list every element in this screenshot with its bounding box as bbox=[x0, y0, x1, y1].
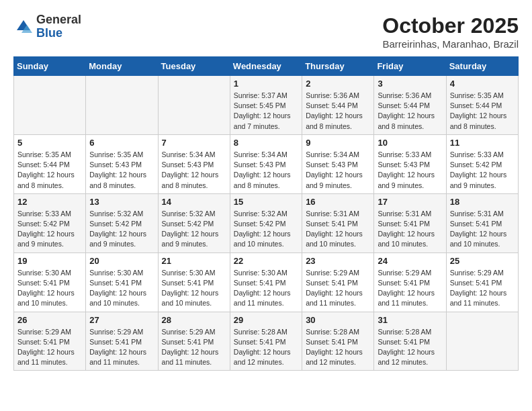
calendar-table: SundayMondayTuesdayWednesdayThursdayFrid… bbox=[13, 56, 519, 371]
week-row-3: 12Sunrise: 5:33 AMSunset: 5:42 PMDayligh… bbox=[14, 193, 519, 253]
calendar-cell: 25Sunrise: 5:29 AMSunset: 5:41 PMDayligh… bbox=[446, 253, 518, 312]
calendar-cell: 27Sunrise: 5:29 AMSunset: 5:41 PMDayligh… bbox=[86, 312, 158, 371]
calendar-cell: 23Sunrise: 5:29 AMSunset: 5:41 PMDayligh… bbox=[302, 253, 374, 312]
calendar-cell: 20Sunrise: 5:30 AMSunset: 5:41 PMDayligh… bbox=[86, 253, 158, 312]
cell-date-number: 9 bbox=[306, 138, 370, 148]
logo: General Blue bbox=[13, 13, 81, 40]
calendar-cell: 4Sunrise: 5:35 AMSunset: 5:44 PMDaylight… bbox=[446, 76, 518, 135]
cell-info: Sunrise: 5:31 AMSunset: 5:41 PMDaylight:… bbox=[306, 209, 370, 250]
calendar-cell: 10Sunrise: 5:33 AMSunset: 5:43 PMDayligh… bbox=[374, 134, 446, 193]
cell-date-number: 29 bbox=[234, 315, 298, 325]
calendar-cell: 5Sunrise: 5:35 AMSunset: 5:44 PMDaylight… bbox=[14, 134, 86, 193]
cell-date-number: 22 bbox=[234, 256, 298, 266]
cell-info: Sunrise: 5:29 AMSunset: 5:41 PMDaylight:… bbox=[378, 268, 442, 309]
cell-date-number: 7 bbox=[162, 138, 226, 148]
cell-info: Sunrise: 5:33 AMSunset: 5:42 PMDaylight:… bbox=[450, 150, 515, 191]
cell-date-number: 17 bbox=[378, 197, 442, 207]
logo-general: General bbox=[36, 13, 81, 27]
cell-date-number: 3 bbox=[378, 79, 442, 89]
cell-info: Sunrise: 5:30 AMSunset: 5:41 PMDaylight:… bbox=[234, 268, 298, 309]
calendar-cell: 9Sunrise: 5:34 AMSunset: 5:43 PMDaylight… bbox=[302, 134, 374, 193]
cell-date-number: 8 bbox=[234, 138, 298, 148]
day-header-tuesday: Tuesday bbox=[158, 57, 230, 76]
calendar-cell: 19Sunrise: 5:30 AMSunset: 5:41 PMDayligh… bbox=[14, 253, 86, 312]
cell-info: Sunrise: 5:30 AMSunset: 5:41 PMDaylight:… bbox=[162, 268, 226, 309]
cell-date-number: 23 bbox=[306, 256, 370, 266]
cell-date-number: 12 bbox=[17, 197, 82, 207]
calendar-cell: 11Sunrise: 5:33 AMSunset: 5:42 PMDayligh… bbox=[446, 134, 518, 193]
calendar-cell: 3Sunrise: 5:36 AMSunset: 5:44 PMDaylight… bbox=[374, 76, 446, 135]
calendar-cell: 8Sunrise: 5:34 AMSunset: 5:43 PMDaylight… bbox=[230, 134, 302, 193]
header-row: SundayMondayTuesdayWednesdayThursdayFrid… bbox=[14, 57, 519, 76]
cell-info: Sunrise: 5:35 AMSunset: 5:44 PMDaylight:… bbox=[450, 91, 515, 132]
calendar-title: October 2025 bbox=[382, 13, 519, 38]
cell-date-number: 21 bbox=[162, 256, 226, 266]
cell-info: Sunrise: 5:35 AMSunset: 5:44 PMDaylight:… bbox=[17, 150, 82, 191]
logo-text: General Blue bbox=[36, 13, 81, 40]
day-header-monday: Monday bbox=[86, 57, 158, 76]
cell-info: Sunrise: 5:29 AMSunset: 5:41 PMDaylight:… bbox=[17, 327, 82, 368]
calendar-cell: 15Sunrise: 5:32 AMSunset: 5:42 PMDayligh… bbox=[230, 193, 302, 253]
calendar-cell: 2Sunrise: 5:36 AMSunset: 5:44 PMDaylight… bbox=[302, 76, 374, 135]
cell-date-number: 10 bbox=[378, 138, 442, 148]
cell-info: Sunrise: 5:28 AMSunset: 5:41 PMDaylight:… bbox=[306, 327, 370, 368]
day-header-friday: Friday bbox=[374, 57, 446, 76]
week-row-4: 19Sunrise: 5:30 AMSunset: 5:41 PMDayligh… bbox=[14, 253, 519, 312]
cell-info: Sunrise: 5:28 AMSunset: 5:41 PMDaylight:… bbox=[234, 327, 298, 368]
calendar-cell: 18Sunrise: 5:31 AMSunset: 5:41 PMDayligh… bbox=[446, 193, 518, 253]
cell-info: Sunrise: 5:33 AMSunset: 5:42 PMDaylight:… bbox=[17, 209, 82, 250]
cell-date-number: 13 bbox=[89, 197, 154, 207]
cell-info: Sunrise: 5:37 AMSunset: 5:45 PMDaylight:… bbox=[234, 91, 298, 132]
calendar-cell bbox=[158, 76, 230, 135]
calendar-cell: 13Sunrise: 5:32 AMSunset: 5:42 PMDayligh… bbox=[86, 193, 158, 253]
cell-date-number: 16 bbox=[306, 197, 370, 207]
cell-info: Sunrise: 5:36 AMSunset: 5:44 PMDaylight:… bbox=[378, 91, 442, 132]
week-row-1: 1Sunrise: 5:37 AMSunset: 5:45 PMDaylight… bbox=[14, 76, 519, 135]
calendar-cell bbox=[86, 76, 158, 135]
cell-date-number: 5 bbox=[17, 138, 82, 148]
calendar-cell: 7Sunrise: 5:34 AMSunset: 5:43 PMDaylight… bbox=[158, 134, 230, 193]
cell-date-number: 24 bbox=[378, 256, 442, 266]
cell-date-number: 20 bbox=[89, 256, 154, 266]
calendar-cell: 26Sunrise: 5:29 AMSunset: 5:41 PMDayligh… bbox=[14, 312, 86, 371]
day-header-sunday: Sunday bbox=[14, 57, 86, 76]
calendar-cell: 30Sunrise: 5:28 AMSunset: 5:41 PMDayligh… bbox=[302, 312, 374, 371]
day-header-saturday: Saturday bbox=[446, 57, 518, 76]
calendar-cell: 17Sunrise: 5:31 AMSunset: 5:41 PMDayligh… bbox=[374, 193, 446, 253]
cell-info: Sunrise: 5:30 AMSunset: 5:41 PMDaylight:… bbox=[89, 268, 154, 309]
cell-info: Sunrise: 5:36 AMSunset: 5:44 PMDaylight:… bbox=[306, 91, 370, 132]
cell-date-number: 19 bbox=[17, 256, 82, 266]
cell-date-number: 2 bbox=[306, 79, 370, 89]
calendar-cell: 21Sunrise: 5:30 AMSunset: 5:41 PMDayligh… bbox=[158, 253, 230, 312]
cell-date-number: 6 bbox=[89, 138, 154, 148]
cell-date-number: 18 bbox=[450, 197, 515, 207]
calendar-cell: 29Sunrise: 5:28 AMSunset: 5:41 PMDayligh… bbox=[230, 312, 302, 371]
calendar-cell: 22Sunrise: 5:30 AMSunset: 5:41 PMDayligh… bbox=[230, 253, 302, 312]
logo-icon bbox=[13, 17, 34, 37]
cell-date-number: 26 bbox=[17, 315, 82, 325]
cell-info: Sunrise: 5:32 AMSunset: 5:42 PMDaylight:… bbox=[234, 209, 298, 250]
calendar-cell: 16Sunrise: 5:31 AMSunset: 5:41 PMDayligh… bbox=[302, 193, 374, 253]
cell-info: Sunrise: 5:34 AMSunset: 5:43 PMDaylight:… bbox=[162, 150, 226, 191]
cell-date-number: 31 bbox=[378, 315, 442, 325]
day-header-thursday: Thursday bbox=[302, 57, 374, 76]
cell-info: Sunrise: 5:31 AMSunset: 5:41 PMDaylight:… bbox=[450, 209, 515, 250]
calendar-cell: 24Sunrise: 5:29 AMSunset: 5:41 PMDayligh… bbox=[374, 253, 446, 312]
cell-info: Sunrise: 5:34 AMSunset: 5:43 PMDaylight:… bbox=[234, 150, 298, 191]
cell-info: Sunrise: 5:33 AMSunset: 5:43 PMDaylight:… bbox=[378, 150, 442, 191]
calendar-subtitle: Barreirinhas, Maranhao, Brazil bbox=[382, 38, 519, 50]
cell-info: Sunrise: 5:35 AMSunset: 5:43 PMDaylight:… bbox=[89, 150, 154, 191]
calendar-cell bbox=[14, 76, 86, 135]
cell-date-number: 27 bbox=[89, 315, 154, 325]
week-row-2: 5Sunrise: 5:35 AMSunset: 5:44 PMDaylight… bbox=[14, 134, 519, 193]
week-row-5: 26Sunrise: 5:29 AMSunset: 5:41 PMDayligh… bbox=[14, 312, 519, 371]
title-block: October 2025 Barreirinhas, Maranhao, Bra… bbox=[382, 13, 519, 50]
calendar-cell bbox=[446, 312, 518, 371]
calendar-cell: 1Sunrise: 5:37 AMSunset: 5:45 PMDaylight… bbox=[230, 76, 302, 135]
cell-info: Sunrise: 5:28 AMSunset: 5:41 PMDaylight:… bbox=[378, 327, 442, 368]
cell-info: Sunrise: 5:32 AMSunset: 5:42 PMDaylight:… bbox=[89, 209, 154, 250]
cell-info: Sunrise: 5:30 AMSunset: 5:41 PMDaylight:… bbox=[17, 268, 82, 309]
cell-date-number: 15 bbox=[234, 197, 298, 207]
cell-date-number: 1 bbox=[234, 79, 298, 89]
cell-info: Sunrise: 5:29 AMSunset: 5:41 PMDaylight:… bbox=[162, 327, 226, 368]
